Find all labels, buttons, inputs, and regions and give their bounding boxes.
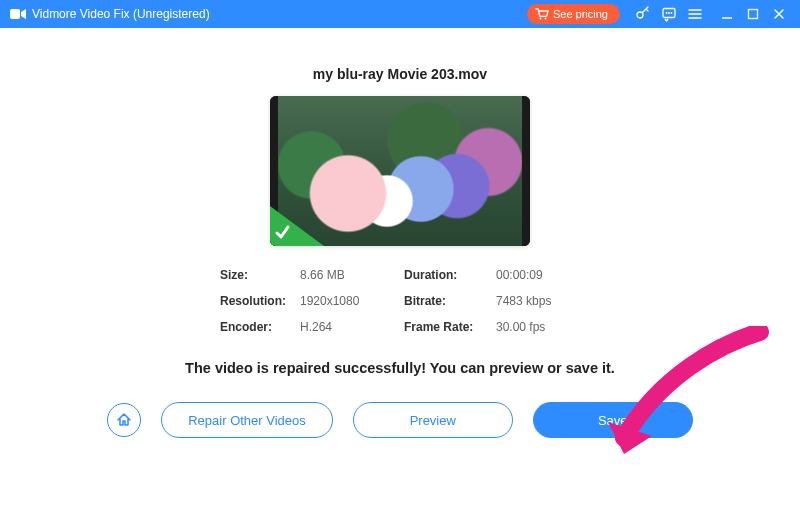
bitrate-label: Bitrate: <box>404 294 488 308</box>
preview-button[interactable]: Preview <box>353 402 513 438</box>
svg-rect-8 <box>749 10 758 19</box>
action-button-row: Repair Other Videos Preview Save <box>107 402 693 438</box>
svg-point-6 <box>668 12 670 14</box>
duration-value: 00:00:09 <box>496 268 586 282</box>
svg-point-1 <box>539 18 541 20</box>
close-button[interactable] <box>766 0 792 28</box>
status-message: The video is repaired successfully! You … <box>185 360 615 376</box>
repair-other-videos-button[interactable]: Repair Other Videos <box>161 402 333 438</box>
size-label: Size: <box>220 268 292 282</box>
minimize-button[interactable] <box>714 0 740 28</box>
resolution-label: Resolution: <box>220 294 292 308</box>
resolution-value: 1920x1080 <box>300 294 396 308</box>
encoder-label: Encoder: <box>220 320 292 334</box>
save-label: Save <box>598 413 628 428</box>
thumbnail-image <box>270 96 530 246</box>
svg-point-2 <box>544 18 546 20</box>
size-value: 8.66 MB <box>300 268 396 282</box>
video-thumbnail[interactable] <box>270 96 530 246</box>
bitrate-value: 7483 kbps <box>496 294 586 308</box>
file-name: my blu-ray Movie 203.mov <box>313 66 487 82</box>
titlebar: Vidmore Video Fix (Unregistered) See pri… <box>0 0 800 28</box>
main-content: my blu-ray Movie 203.mov Size: 8.66 MB D… <box>0 28 800 514</box>
checkmark-icon <box>274 224 296 242</box>
preview-label: Preview <box>410 413 456 428</box>
duration-label: Duration: <box>404 268 488 282</box>
annotation-arrow <box>600 326 770 466</box>
svg-rect-0 <box>10 9 20 19</box>
register-key-icon[interactable] <box>630 0 656 28</box>
svg-point-7 <box>671 12 673 14</box>
app-title: Vidmore Video Fix (Unregistered) <box>32 7 210 21</box>
framerate-label: Frame Rate: <box>404 320 488 334</box>
see-pricing-label: See pricing <box>553 8 608 20</box>
menu-icon[interactable] <box>682 0 708 28</box>
app-logo-icon <box>10 8 26 20</box>
encoder-value: H.264 <box>300 320 396 334</box>
home-icon <box>116 412 132 428</box>
framerate-value: 30.00 fps <box>496 320 586 334</box>
see-pricing-button[interactable]: See pricing <box>527 4 620 24</box>
maximize-button[interactable] <box>740 0 766 28</box>
repair-other-label: Repair Other Videos <box>188 413 306 428</box>
cart-icon <box>535 8 549 20</box>
save-button[interactable]: Save <box>533 402 693 438</box>
feedback-icon[interactable] <box>656 0 682 28</box>
home-button[interactable] <box>107 403 141 437</box>
video-info-grid: Size: 8.66 MB Duration: 00:00:09 Resolut… <box>220 268 586 334</box>
svg-point-5 <box>666 12 668 14</box>
